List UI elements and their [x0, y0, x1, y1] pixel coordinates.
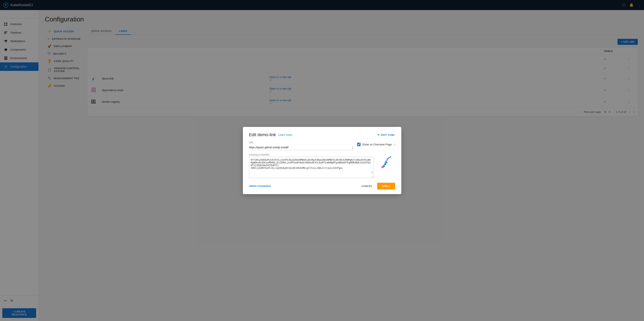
cancel-button[interactable]: CANCEL — [359, 183, 375, 189]
modal-header: Edit demo-link Learn more. ✏ EDIT YAML — [249, 132, 395, 137]
modal-title: Edit demo-link Learn more. — [249, 132, 293, 137]
url-input[interactable] — [249, 145, 354, 150]
undo-label: UNDO CHANGES — [249, 185, 271, 188]
learn-more-link[interactable]: Learn more. — [278, 133, 293, 136]
apply-label: APPLY — [382, 185, 390, 188]
undo-changes-button[interactable]: UNDO CHANGES — [249, 185, 271, 188]
icon-label: Icon(svg in base64) — [249, 153, 374, 156]
icon-info-icon: ℹ — [372, 171, 373, 174]
edit-yaml-label: EDIT YAML — [381, 133, 395, 136]
url-input-wrapper: ℹ — [249, 145, 354, 150]
icon-group: Icon(svg in base64) 0TY1Miw5ODQuMjk4lDY2… — [249, 153, 374, 179]
apply-button[interactable]: APPLY — [377, 183, 395, 189]
modal-actions: CANCEL APPLY — [359, 183, 395, 189]
url-group: URL ℹ — [249, 141, 354, 150]
url-label: URL — [249, 141, 354, 144]
icon-row: Icon(svg in base64) 0TY1Miw5ODQuMjk4lDY2… — [249, 153, 395, 179]
show-overview-info-icon: ℹ — [394, 143, 395, 146]
show-overview-checkbox[interactable] — [357, 143, 360, 146]
show-overview-label: Show on Overview Page ℹ — [357, 143, 395, 146]
modal-overlay[interactable]: Edit demo-link Learn more. ✏ EDIT YAML U… — [0, 0, 644, 321]
url-row: URL ℹ Show on Overview Page ℹ — [249, 141, 395, 150]
edit-yaml-button[interactable]: ✏ EDIT YAML — [378, 133, 395, 136]
modal-title-text: Edit demo-link — [249, 132, 276, 137]
edit-yaml-pencil-icon: ✏ — [378, 133, 380, 136]
modal-footer: UNDO CHANGES CANCEL APPLY — [249, 183, 395, 189]
icon-textarea[interactable]: 0TY1Miw5ODQuMjk4lDY2LjUs0Tk3QyA2NS40MDE5… — [249, 157, 374, 178]
url-info-icon: ℹ — [352, 146, 353, 149]
preview-svg — [379, 154, 394, 170]
cancel-label: CANCEL — [362, 185, 372, 188]
icon-preview — [378, 153, 395, 171]
show-overview-text: Show on Overview Page — [362, 143, 392, 146]
edit-modal: Edit demo-link Learn more. ✏ EDIT YAML U… — [243, 127, 401, 194]
show-overview-group: Show on Overview Page ℹ — [357, 141, 395, 146]
icon-textarea-wrapper: 0TY1Miw5ODQuMjk4lDY2LjUs0Tk3QyA2NS40MDE5… — [249, 157, 374, 179]
